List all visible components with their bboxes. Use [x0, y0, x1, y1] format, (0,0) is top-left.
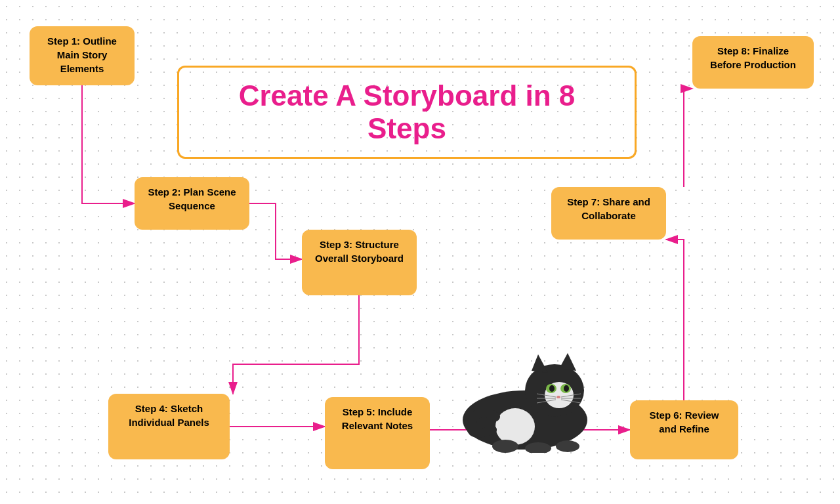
svg-point-18	[492, 440, 518, 453]
svg-point-20	[556, 440, 579, 452]
svg-marker-6	[559, 353, 576, 371]
step-box-4: Step 4: Sketch Individual Panels	[108, 394, 230, 459]
svg-point-10	[564, 385, 569, 392]
step-box-3: Step 3: Structure Overall Storyboard	[302, 230, 417, 295]
cat-image	[453, 335, 597, 453]
step-box-8: Step 8: Finalize Before Production	[692, 36, 814, 89]
step-box-7: Step 7: Share and Collaborate	[551, 187, 666, 240]
step-box-6: Step 6: Review and Refine	[630, 400, 738, 459]
step-box-5: Step 5: Include Relevant Notes	[325, 397, 430, 469]
svg-marker-5	[532, 354, 548, 373]
svg-point-2	[495, 408, 535, 445]
step-box-1: Step 1: Outline Main Story Elements	[30, 26, 135, 85]
page-title: Create A Storyboard in 8 Steps	[239, 79, 576, 144]
step-box-2: Step 2: Plan Scene Sequence	[135, 177, 249, 230]
title-box: Create A Storyboard in 8 Steps	[177, 66, 637, 159]
cat-svg	[453, 335, 597, 453]
svg-point-11	[556, 396, 560, 398]
svg-point-9	[549, 385, 555, 392]
